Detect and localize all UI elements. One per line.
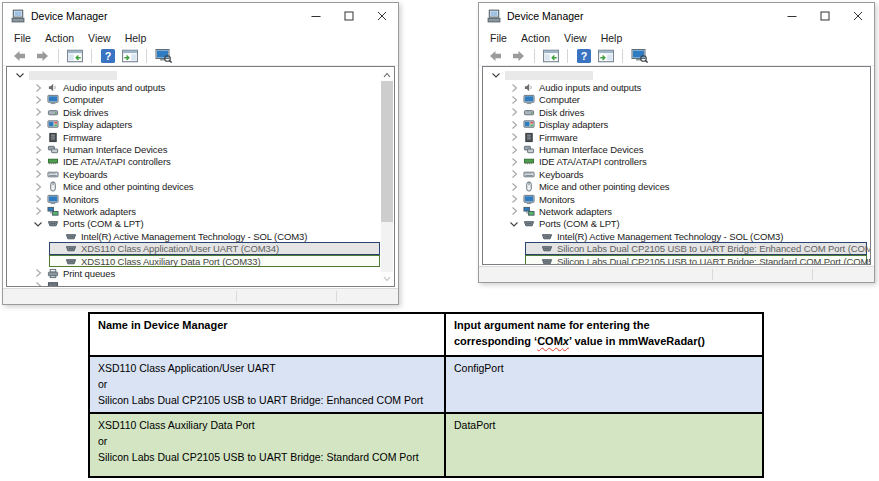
tree-item-monitors[interactable]: Monitors bbox=[7, 193, 381, 205]
expand-chevron-icon[interactable] bbox=[33, 206, 47, 216]
toolbar: ? bbox=[3, 47, 398, 66]
tree-item-human-interface-devices[interactable]: Human Interface Devices bbox=[483, 143, 870, 155]
expand-chevron-icon[interactable] bbox=[33, 145, 47, 155]
expand-chevron-icon[interactable] bbox=[509, 83, 523, 93]
scroll-down-arrow-icon[interactable] bbox=[381, 272, 393, 285]
tree-item-human-interface-devices[interactable]: Human Interface Devices bbox=[7, 143, 381, 155]
tree-item-xds110-application-user-uart-com34[interactable]: XDS110 Class Application/User UART (COM3… bbox=[7, 242, 381, 254]
properties-button[interactable] bbox=[122, 49, 138, 63]
device-name-line: Silicon Labs Dual CP2105 USB to UART Bri… bbox=[98, 393, 436, 409]
tree-item-monitors[interactable]: Monitors bbox=[483, 193, 870, 205]
expand-chevron-icon[interactable] bbox=[509, 120, 523, 130]
expand-chevron-icon[interactable] bbox=[33, 95, 47, 105]
show-console-tree-button[interactable] bbox=[67, 49, 83, 63]
scrollbar-thumb[interactable] bbox=[381, 81, 393, 222]
tree-item-ports-com-lpt[interactable]: Ports (COM & LPT) bbox=[483, 218, 870, 230]
minimize-button[interactable] bbox=[299, 3, 332, 29]
collapse-chevron-icon[interactable] bbox=[491, 70, 505, 80]
minimize-button[interactable] bbox=[775, 3, 808, 29]
tree-item-mice[interactable]: Mice and other pointing devices bbox=[483, 181, 870, 193]
tree-item-network-adapters[interactable]: Network adapters bbox=[483, 205, 870, 217]
expand-chevron-icon[interactable] bbox=[509, 182, 523, 192]
audio-icon bbox=[47, 82, 59, 93]
forward-button[interactable] bbox=[510, 49, 526, 63]
tree-item-ports-com-lpt[interactable]: Ports (COM & LPT) bbox=[7, 218, 381, 230]
expand-chevron-icon[interactable] bbox=[509, 107, 523, 117]
expand-chevron-icon[interactable] bbox=[509, 132, 523, 142]
back-button[interactable] bbox=[488, 49, 504, 63]
expand-chevron-icon[interactable] bbox=[33, 132, 47, 142]
menu-view[interactable]: View bbox=[81, 32, 118, 44]
tree-item-mice[interactable]: Mice and other pointing devices bbox=[7, 181, 381, 193]
scan-hardware-changes-button[interactable] bbox=[155, 49, 173, 63]
menu-action[interactable]: Action bbox=[38, 32, 81, 44]
tree-item-display-adapters[interactable]: Display adapters bbox=[483, 119, 870, 131]
properties-button[interactable] bbox=[598, 49, 614, 63]
expand-chevron-icon[interactable] bbox=[33, 268, 47, 278]
help-button[interactable]: ? bbox=[100, 49, 116, 63]
collapse-chevron-icon[interactable] bbox=[15, 70, 29, 80]
expand-chevron-icon[interactable] bbox=[509, 157, 523, 167]
forward-button[interactable] bbox=[34, 49, 50, 63]
tree-item-label: Keyboards bbox=[63, 169, 108, 180]
title-bar[interactable]: Device Manager bbox=[3, 3, 398, 29]
show-console-tree-button[interactable] bbox=[543, 49, 559, 63]
vertical-scrollbar[interactable] bbox=[381, 68, 393, 285]
expand-chevron-icon[interactable] bbox=[33, 281, 47, 286]
tree-item-disk-drives[interactable]: Disk drives bbox=[7, 106, 381, 118]
tree-root-computer[interactable] bbox=[483, 69, 870, 81]
expand-chevron-icon[interactable] bbox=[509, 194, 523, 204]
maximize-button[interactable] bbox=[808, 3, 841, 29]
menu-file[interactable]: File bbox=[483, 32, 514, 44]
tree-item-clipped[interactable] bbox=[7, 280, 381, 286]
expand-chevron-icon[interactable] bbox=[509, 169, 523, 179]
tree-item-silabs-standard-com5[interactable]: Silicon Labs Dual CP2105 USB to UART Bri… bbox=[483, 255, 870, 264]
expand-chevron-icon[interactable] bbox=[33, 169, 47, 179]
tree-root-computer[interactable] bbox=[7, 69, 381, 81]
expand-chevron-icon[interactable] bbox=[509, 206, 523, 216]
tree-item-audio-inputs-and-outputs[interactable]: Audio inputs and outputs bbox=[7, 81, 381, 93]
tree-item-disk-drives[interactable]: Disk drives bbox=[483, 106, 870, 118]
scan-hardware-changes-button[interactable] bbox=[631, 49, 649, 63]
tree-item-computer[interactable]: Computer bbox=[483, 94, 870, 106]
tree-item-ide-ata-atapi-controllers[interactable]: IDE ATA/ATAPI controllers bbox=[483, 156, 870, 168]
back-button[interactable] bbox=[12, 49, 28, 63]
tree-item-firmware[interactable]: Firmware bbox=[483, 131, 870, 143]
tree-item-intel-amt-sol-com3[interactable]: Intel(R) Active Management Technology - … bbox=[7, 230, 381, 242]
expand-chevron-icon[interactable] bbox=[509, 95, 523, 105]
expand-chevron-icon[interactable] bbox=[33, 120, 47, 130]
tree-item-audio-inputs-and-outputs[interactable]: Audio inputs and outputs bbox=[483, 81, 870, 93]
tree-item-firmware[interactable]: Firmware bbox=[7, 131, 381, 143]
menu-view[interactable]: View bbox=[557, 32, 594, 44]
title-bar[interactable]: Device Manager bbox=[479, 3, 874, 29]
collapse-chevron-icon[interactable] bbox=[33, 219, 47, 229]
menu-help[interactable]: Help bbox=[118, 32, 154, 44]
expand-chevron-icon[interactable] bbox=[33, 83, 47, 93]
tree-item-keyboards[interactable]: Keyboards bbox=[7, 168, 381, 180]
menu-action[interactable]: Action bbox=[514, 32, 557, 44]
tree-item-computer[interactable]: Computer bbox=[7, 94, 381, 106]
maximize-button[interactable] bbox=[332, 3, 365, 29]
expand-chevron-icon[interactable] bbox=[509, 145, 523, 155]
device-name-line: XSD110 Class Application/User UART bbox=[98, 361, 436, 377]
menu-help[interactable]: Help bbox=[594, 32, 630, 44]
tree-item-intel-amt-sol-com3[interactable]: Intel(R) Active Management Technology - … bbox=[483, 230, 870, 242]
expand-chevron-icon[interactable] bbox=[33, 157, 47, 167]
close-button[interactable] bbox=[841, 3, 874, 29]
tree-item-display-adapters[interactable]: Display adapters bbox=[7, 119, 381, 131]
tree-item-ide-ata-atapi-controllers[interactable]: IDE ATA/ATAPI controllers bbox=[7, 156, 381, 168]
collapse-chevron-icon[interactable] bbox=[509, 219, 523, 229]
close-button[interactable] bbox=[365, 3, 398, 29]
port-icon bbox=[541, 256, 553, 264]
scroll-up-arrow-icon[interactable] bbox=[381, 68, 393, 81]
tree-item-print-queues[interactable]: Print queues bbox=[7, 267, 381, 279]
expand-chevron-icon[interactable] bbox=[33, 194, 47, 204]
expand-chevron-icon[interactable] bbox=[33, 107, 47, 117]
help-button[interactable]: ? bbox=[576, 49, 592, 63]
tree-item-keyboards[interactable]: Keyboards bbox=[483, 168, 870, 180]
tree-item-silabs-enhanced-com4[interactable]: Silicon Labs Dual CP2105 USB to UART Bri… bbox=[483, 242, 870, 254]
menu-file[interactable]: File bbox=[7, 32, 38, 44]
tree-item-xds110-auxiliary-data-port-com33[interactable]: XDS110 Class Auxiliary Data Port (COM33) bbox=[7, 255, 381, 267]
expand-chevron-icon[interactable] bbox=[33, 182, 47, 192]
tree-item-network-adapters[interactable]: Network adapters bbox=[7, 205, 381, 217]
